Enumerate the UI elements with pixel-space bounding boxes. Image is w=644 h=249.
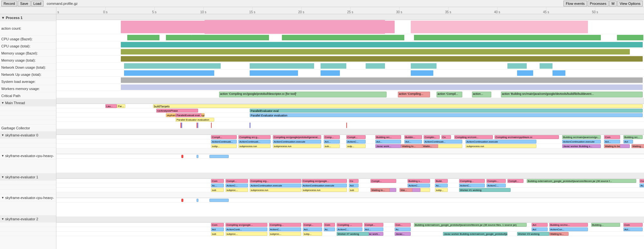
sf1-ac-3[interactable]: Ac... xyxy=(435,184,448,187)
mt-pe-eval2[interactable]: ParallelEvaluati eval xyxy=(176,113,201,117)
sf2-com-1[interactable]: Com xyxy=(211,223,224,227)
save-button[interactable]: Save xyxy=(18,1,30,6)
sf1-actionC-2[interactable]: ActionContinuation.execute xyxy=(302,184,347,187)
sf0-act-4[interactable]: Act... xyxy=(604,140,620,144)
sf2-ac-5[interactable]: Act... xyxy=(623,227,643,231)
sf2-compiling-2[interactable]: Compiling... xyxy=(269,223,301,227)
sf0-subprocess-2[interactable]: subprocess.run xyxy=(273,144,321,148)
mt-pe-eval[interactable]: ParallelEvaluator eval xyxy=(250,109,643,113)
sf0-subprocess-4[interactable]: subprocess.run xyxy=(466,144,536,148)
sf1-complt-1[interactable]: Complt... xyxy=(507,179,524,183)
m-button[interactable]: M xyxy=(609,1,617,6)
flow-events-button[interactable]: Flow events xyxy=(563,1,587,6)
sf1-building-ext[interactable]: Building external/com_google_protobuf/ja… xyxy=(527,179,636,183)
mt-run-analysis[interactable]: runAnalysisPhase xyxy=(156,109,198,113)
left-sf-cpu-heavy-0[interactable]: ▼ skyframe-evaluator-cpu-heavy- xyxy=(0,152,56,159)
sf0-actionC-7[interactable]: ActionContinuation.execute xyxy=(562,140,601,144)
sf2-building-ext[interactable]: Building external/com_google_protobuf/ja… xyxy=(414,223,527,227)
sf1-ac-2[interactable]: ActionC... xyxy=(226,184,248,187)
sf0-compiling-main[interactable]: Compiling src/main/cpp/blaze.cc xyxy=(495,135,559,139)
critical-bar-5[interactable]: action 'Building src/main/java/com/googl… xyxy=(501,92,643,97)
record-button[interactable]: Record xyxy=(1,1,17,6)
sf1-actionC-1[interactable]: ActionContinuation.execute xyxy=(250,184,301,187)
sf0-compiling-src-coni[interactable]: Compiling src/coni... xyxy=(454,135,493,139)
sf0-buildin[interactable]: Buildin... xyxy=(404,135,422,139)
sf2-compiling-src[interactable]: Compiling src/google... xyxy=(226,223,267,227)
sf2-com-3[interactable]: Com xyxy=(623,223,643,227)
sf2-building-s3[interactable]: Building... xyxy=(591,223,620,227)
sf1-ac-4[interactable]: Ac... xyxy=(639,184,644,187)
sf2-subprocess-1[interactable]: subproc... xyxy=(226,232,267,236)
sf2-actionC-1[interactable]: ActionConti... xyxy=(226,227,267,231)
sf0-wait-3[interactable]: Waiting... xyxy=(631,144,644,148)
sf2-actionC-3[interactable]: ActionC... xyxy=(337,227,362,231)
sf1-subprocess-1[interactable]: subprocess.run xyxy=(250,188,301,192)
sf0-com[interactable]: Com xyxy=(604,135,620,139)
sf0-actionC-4[interactable]: ActionC... xyxy=(346,140,366,144)
processes-button[interactable]: Processes xyxy=(588,1,609,6)
critical-bar-3[interactable]: action 'Compil... xyxy=(437,92,462,97)
sf2-com-2[interactable]: Com xyxy=(324,223,335,227)
sf1-actionC-3[interactable]: ActionC... xyxy=(408,184,430,187)
sf2-compiling-3[interactable]: Compiling ... xyxy=(337,223,362,227)
sf2-act-1[interactable]: Act xyxy=(532,223,548,227)
cph0-bar-1[interactable] xyxy=(209,155,229,158)
sf2-sub-1[interactable]: sub xyxy=(211,232,224,236)
sf2-compil-1[interactable]: Compil... xyxy=(364,223,383,227)
process-1-header[interactable]: ▼ Process 1 xyxy=(0,14,56,21)
sf1-build-s[interactable]: Build.. xyxy=(435,179,448,183)
sf2-javac-building[interactable]: Javac worker Building external/com_googl… xyxy=(443,232,507,236)
sf1-complin-1[interactable]: CompIn... xyxy=(486,179,506,183)
sf1-compil-1[interactable]: Compil... xyxy=(226,179,248,183)
sf2-actionC-2[interactable]: ActionC... xyxy=(269,227,301,231)
sf1-worker-working[interactable]: Worker #1 working xyxy=(459,188,511,192)
sf2-ac-3[interactable]: Ac. xyxy=(395,227,411,231)
sf1-actionC-5[interactable]: ActionC... xyxy=(486,184,506,187)
sf2-actionC-4[interactable]: ActionCon... xyxy=(549,227,588,231)
sf2-act-r1[interactable]: Act xyxy=(211,227,224,231)
sf0-compiling-2[interactable]: Compiling src/google/protobuf/general... xyxy=(273,135,321,139)
sf0-act-s[interactable]: Act... xyxy=(324,140,340,144)
sf1-wait-1[interactable]: Waiting to... xyxy=(370,188,390,192)
critical-bar-1[interactable]: action 'Compiling src/google/protobuf/de… xyxy=(219,92,387,97)
mt-par[interactable]: Par... xyxy=(117,104,125,108)
sf2-ac-2[interactable]: Ac. xyxy=(324,227,335,231)
view-options-button[interactable]: View Options xyxy=(617,1,643,6)
sf1-building-s[interactable]: Building s... xyxy=(408,179,430,183)
sf2-ac-1[interactable]: Act... xyxy=(303,227,322,231)
sf0-act-5[interactable]: Act xyxy=(623,140,633,144)
sf2-act-2[interactable]: Act... xyxy=(364,227,383,231)
left-main-thread[interactable]: ▼ Main Thread xyxy=(0,99,56,106)
left-sf2[interactable]: ▼ skyframe-evaluator 2 xyxy=(0,215,56,223)
sf1-compiling-2[interactable]: Compiling src/google... xyxy=(302,179,347,183)
sf0-wait-1[interactable]: Waiting to... xyxy=(401,144,424,148)
sf1-subproc-1[interactable]: subproc... xyxy=(226,188,248,192)
sf1-sub-2[interactable]: sub xyxy=(349,188,359,192)
sf0-actionC-6[interactable]: ActionContinuation.execute xyxy=(466,140,536,144)
load-button[interactable]: Load xyxy=(31,1,43,6)
sf0-javac-3[interactable]: Javac worker Building s... xyxy=(562,144,601,148)
sf1-com-1[interactable]: Com xyxy=(211,179,224,183)
sf0-compil-2[interactable]: Compil... xyxy=(346,135,366,139)
sf0-compiling-1[interactable]: Compiling src:g... xyxy=(238,135,271,139)
sf0-compil-1[interactable]: Compil... xyxy=(211,135,237,139)
sf0-javac-1[interactable]: Javac work... xyxy=(375,144,401,148)
sf0-sub-2[interactable]: sub... xyxy=(324,144,340,148)
left-sf1[interactable]: ▼ skyframe-evaluator 1 xyxy=(0,174,56,181)
critical-bar-4[interactable]: action... xyxy=(472,92,491,97)
sf1-subprocess-2[interactable]: subprocess.run xyxy=(302,188,347,192)
sf0-waitin-1[interactable]: Waitin... xyxy=(422,144,438,148)
mt-pe-eval3[interactable]: Parallel Evaluator evaluation xyxy=(250,113,643,117)
sf2-con-1[interactable]: Con... xyxy=(395,223,411,227)
sf1-actionC-4[interactable]: ActionC... xyxy=(459,184,485,187)
sf2-wait-1[interactable]: Waiting to... xyxy=(549,232,569,236)
mt-build-targets[interactable]: buildTargets xyxy=(153,104,643,108)
sf0-actionC-1[interactable]: ActionContinuati... xyxy=(211,140,237,144)
sf1-com-2[interactable]: Com xyxy=(639,179,644,183)
sf0-sub-3[interactable]: sulp... xyxy=(346,144,366,148)
sf0-building-1[interactable]: Building src... xyxy=(375,135,401,139)
mt-lau[interactable]: Lau... xyxy=(105,104,117,108)
sf0-comp-s[interactable]: Comp... xyxy=(324,135,340,139)
sf0-act-2[interactable]: Act... xyxy=(375,140,401,144)
cph1-bar[interactable] xyxy=(209,199,229,202)
